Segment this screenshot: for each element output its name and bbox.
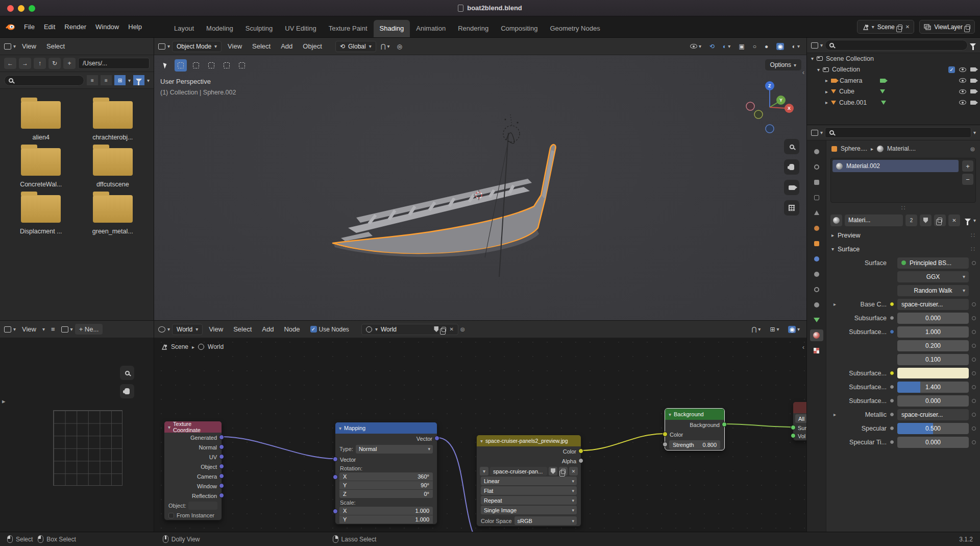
disable-render-icon[interactable]: [970, 89, 976, 93]
select-box-mode-intersect-button[interactable]: [236, 59, 248, 72]
image-name-field[interactable]: space-cruiser-pan...: [490, 467, 547, 476]
tab-animation[interactable]: Animation: [410, 20, 452, 37]
projection-select[interactable]: Flat▾: [481, 486, 577, 495]
select-box-mode-invert-button[interactable]: [220, 59, 233, 72]
properties-tab-scene[interactable]: [810, 207, 823, 219]
disclosure-icon[interactable]: ▸: [825, 78, 828, 83]
outliner-editor-icon[interactable]: [811, 42, 818, 49]
subsurface-radius-field[interactable]: 0.100: [897, 354, 969, 365]
properties-tab-render[interactable]: [810, 161, 823, 173]
decorator-dot-icon[interactable]: [972, 371, 976, 375]
decorator-dot-icon[interactable]: [972, 358, 976, 362]
nav-forward-button[interactable]: →: [19, 58, 31, 69]
chevron-down-icon[interactable]: ▾: [820, 42, 823, 48]
image-pan-button[interactable]: [120, 384, 134, 398]
shader-view-menu[interactable]: View: [205, 323, 227, 335]
rotation-z-field[interactable]: Z0°: [339, 490, 433, 498]
breadcrumb-object[interactable]: Sphere....: [841, 145, 867, 152]
copy-icon[interactable]: [442, 327, 446, 332]
select-box-mode-new-button[interactable]: [175, 59, 187, 72]
decorator-dot-icon[interactable]: [972, 330, 976, 334]
node-mapping[interactable]: ▾ Mapping Vector Type: Normal▾ Vector Ro…: [335, 422, 437, 525]
specular-slider[interactable]: 0.500: [897, 423, 969, 434]
filter-funnel-icon[interactable]: [965, 218, 971, 223]
hide-eye-icon[interactable]: [959, 89, 966, 94]
chevron-down-icon[interactable]: ▾: [872, 24, 874, 30]
interpolation-select[interactable]: Linear▾: [481, 477, 577, 485]
socket-alpha-out[interactable]: [578, 458, 583, 463]
unlink-image-button[interactable]: ✕: [569, 467, 578, 476]
unlink-material-button[interactable]: ✕: [948, 215, 960, 226]
display-thumbnail-button[interactable]: ⊞: [114, 75, 126, 85]
properties-tab-particles[interactable]: [810, 268, 823, 280]
material-name-field[interactable]: Materi...: [845, 215, 903, 226]
options-dropdown[interactable]: Options ▾: [765, 59, 801, 70]
viewport-3d-canvas[interactable]: Z Y X: [154, 38, 806, 320]
snap-grid-toggle[interactable]: ⊞▾: [767, 324, 781, 335]
preview-section-header[interactable]: ▸ Preview ∷: [826, 228, 980, 242]
shader-editor-icon[interactable]: [158, 326, 165, 333]
properties-tab-object[interactable]: [810, 238, 823, 249]
extension-select[interactable]: Repeat▾: [481, 496, 577, 505]
mode-select[interactable]: Object Mode ▾: [172, 41, 222, 52]
shader-select-menu[interactable]: Select: [229, 323, 256, 335]
node-header[interactable]: ▾ Background: [665, 409, 724, 420]
subsurface-method-select[interactable]: Random Walk▾: [897, 285, 969, 296]
folder-item[interactable]: chrachterobj...: [92, 101, 133, 141]
shading-rendered-button[interactable]: ◐▾: [790, 41, 802, 52]
socket-vector-in[interactable]: [333, 457, 338, 462]
chevron-down-icon[interactable]: ▾: [820, 130, 823, 135]
tab-shading[interactable]: Shading: [374, 20, 410, 37]
subsurface-ior-slider[interactable]: 1.400: [897, 382, 969, 393]
collection-checkbox[interactable]: ✓: [948, 66, 955, 73]
decorator-dot-icon[interactable]: [972, 344, 976, 348]
node-background[interactable]: ▾ Background Background Color Strength 0…: [665, 408, 725, 450]
properties-tab-world[interactable]: [810, 222, 823, 234]
browse-image-button[interactable]: ▾: [480, 467, 488, 476]
disclosure-icon[interactable]: ▾: [817, 67, 820, 73]
new-material-button[interactable]: [934, 215, 946, 226]
decorator-dot-icon[interactable]: [972, 261, 976, 265]
socket-object[interactable]: [219, 464, 224, 469]
snap-toggle[interactable]: ⋂▾: [378, 41, 393, 52]
disclosure-icon[interactable]: ▸: [825, 89, 828, 94]
sidebar-collapse-icon[interactable]: ‹: [802, 68, 804, 76]
object-picker-field[interactable]: [188, 502, 217, 510]
close-window-button[interactable]: [7, 5, 14, 12]
socket-vector-out[interactable]: [434, 436, 439, 441]
properties-tab-constraints[interactable]: [810, 299, 823, 311]
refresh-button[interactable]: ↻: [48, 58, 61, 69]
image-sidebar-toggle[interactable]: ≡: [47, 323, 59, 335]
fullscreen-window-button[interactable]: [29, 5, 35, 12]
node-world-output[interactable]: All▾ Sur Vol: [793, 401, 806, 441]
socket-uv[interactable]: [219, 454, 224, 459]
socket-strength-in[interactable]: [663, 442, 668, 447]
subsurface-anisotropy-field[interactable]: 0.000: [897, 395, 969, 407]
socket-background-out[interactable]: [722, 422, 727, 427]
socket-generated[interactable]: [219, 435, 224, 440]
tab-layout[interactable]: Layout: [168, 20, 200, 37]
menu-help[interactable]: Help: [124, 20, 146, 33]
menu-file[interactable]: File: [19, 20, 39, 33]
properties-tab-object-data[interactable]: [810, 314, 823, 326]
decorator-dot-icon[interactable]: [972, 302, 976, 306]
hide-eye-icon[interactable]: [959, 67, 966, 72]
use-nodes-checkbox[interactable]: ✓: [310, 326, 317, 333]
folder-item[interactable]: green_metal...: [92, 195, 133, 235]
hide-eye-icon[interactable]: [959, 78, 966, 83]
viewport-select-menu[interactable]: Select: [248, 40, 275, 52]
tab-uv-editing[interactable]: UV Editing: [279, 20, 322, 37]
viewlayer-name[interactable]: ViewLayer: [934, 23, 963, 31]
file-browser-view-menu[interactable]: View: [18, 40, 40, 52]
viewport-3d-editor[interactable]: Z Y X ▾ Object Mode ▾ View Select Add Ob…: [154, 38, 806, 320]
properties-tab-modifiers[interactable]: [810, 253, 823, 265]
viewport-pan-button[interactable]: [784, 159, 799, 175]
node-header[interactable]: ▾ Texture Coordinate: [164, 421, 222, 433]
filter-funnel-icon[interactable]: [970, 43, 976, 47]
select-box-mode-extend-button[interactable]: [190, 59, 202, 72]
expand-icon[interactable]: ▸: [834, 412, 836, 417]
specular-tint-field[interactable]: 0.000: [897, 437, 969, 448]
outliner-row-cube-001[interactable]: ▸ Cube.001: [807, 97, 980, 108]
viewport-object-menu[interactable]: Object: [299, 40, 326, 52]
material-users-button[interactable]: 2: [905, 215, 917, 226]
